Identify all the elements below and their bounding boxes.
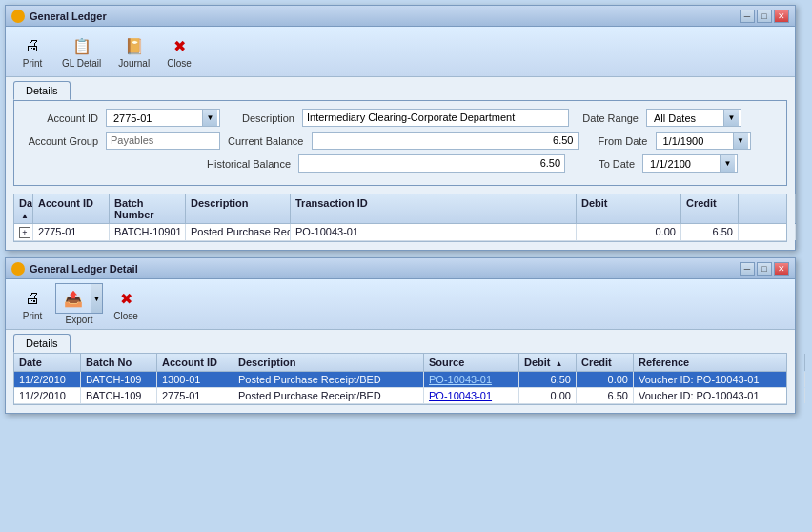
gld-details-tab[interactable]: Details	[13, 334, 71, 353]
export-icon: 📤	[62, 287, 85, 310]
account-id-input[interactable]: 2775-01 ▼	[106, 109, 220, 127]
gld-r2-reference: Voucher ID: PO-10043-01	[634, 388, 805, 403]
gl-journal-button[interactable]: 📔 Journal	[112, 31, 156, 72]
gld-r1-reference: Voucher ID: PO-10043-01	[634, 372, 805, 387]
to-date-input[interactable]: 1/1/2100 ▼	[642, 154, 738, 173]
gl-title-left: General Ledger	[11, 10, 107, 23]
gl-close-toolbar-button[interactable]: ✖ Close	[160, 31, 198, 72]
gl-cell-credit: 6.50	[681, 224, 739, 240]
gld-r1-account: 1300-01	[157, 372, 233, 387]
export-main-area[interactable]: 📤	[56, 284, 91, 313]
gl-cell-batch: BATCH-10901	[110, 224, 186, 240]
gld-close-btn[interactable]: ✕	[774, 262, 789, 276]
gld-col-date[interactable]: Date	[14, 354, 81, 371]
gld-minimize-btn[interactable]: ─	[740, 262, 755, 276]
gld-col-debit[interactable]: Debit ▲	[519, 354, 577, 371]
gld-table-row-1[interactable]: 11/2/2010 BATCH-109 1300-01 Posted Purch…	[14, 372, 786, 388]
export-dropdown-arrow[interactable]: ▼	[91, 284, 102, 313]
gld-r1-description: Posted Purchase Receipt/BED	[233, 372, 424, 387]
gld-close-toolbar-button[interactable]: ✖ Close	[107, 283, 145, 325]
from-date-label: From Date	[586, 135, 648, 147]
account-id-label: Account ID	[22, 113, 98, 124]
gl-form-row-2: Account Group Payables Current Balance 6…	[22, 132, 779, 150]
gl-toolbar: 🖨 Print 📋 GL Detail 📔 Journal ✖ Close	[6, 27, 795, 77]
gl-table-row[interactable]: + 11/2/2010 2775-01 BATCH-10901 Posted P…	[14, 224, 786, 241]
gld-export-label: Export	[66, 315, 93, 325]
expand-icon[interactable]: +	[19, 227, 30, 238]
gl-col-debit[interactable]: Debit	[577, 194, 681, 223]
close-toolbar-icon: ✖	[168, 34, 191, 57]
gld-toolbar: 🖨 Print 📤 ▼ Export ✖ Close	[6, 279, 795, 330]
gl-col-credit[interactable]: Credit	[681, 194, 739, 223]
gld-export-button[interactable]: 📤 ▼ Export	[55, 283, 103, 325]
gld-title-icon	[11, 262, 25, 276]
account-group-input: Payables	[106, 132, 220, 150]
gld-grid-container: Date Batch No Account ID Description Sou…	[13, 353, 787, 405]
date-range-input[interactable]: All Dates ▼	[646, 109, 741, 127]
gld-col-source[interactable]: Source	[424, 354, 519, 371]
to-date-dropdown-arrow[interactable]: ▼	[720, 155, 735, 172]
general-ledger-window: General Ledger ─ □ ✕ 🖨 Print 📋 GL Detail…	[5, 5, 796, 251]
gl-window-controls: ─ □ ✕	[740, 10, 789, 23]
gl-detail-label: GL Detail	[62, 58, 101, 69]
gld-print-label: Print	[23, 311, 43, 321]
gld-r1-debit: 6.50	[519, 372, 577, 387]
gld-col-account[interactable]: Account ID	[157, 354, 233, 371]
gl-print-button[interactable]: 🖨 Print	[13, 31, 51, 72]
date-range-dropdown-arrow[interactable]: ▼	[723, 110, 739, 126]
gld-r2-description: Posted Purchase Receipt/BED	[233, 388, 424, 403]
description-label: Description	[228, 113, 294, 124]
gl-journal-label: Journal	[118, 58, 150, 69]
gld-col-description[interactable]: Description	[233, 354, 424, 371]
gl-detail-button[interactable]: 📋 GL Detail	[55, 31, 108, 72]
gld-table-row-2[interactable]: 11/2/2010 BATCH-109 2775-01 Posted Purch…	[14, 388, 786, 404]
gl-cell-expand[interactable]: + 11/2/2010	[14, 224, 33, 240]
gld-col-reference[interactable]: Reference	[634, 354, 805, 371]
gl-col-date[interactable]: Date ▲	[14, 194, 33, 223]
gld-maximize-btn[interactable]: □	[757, 262, 772, 276]
gld-r1-batch: BATCH-109	[81, 372, 157, 387]
gl-titlebar: General Ledger ─ □ ✕	[6, 6, 795, 27]
gl-print-label: Print	[23, 58, 43, 69]
gld-tab-bar: Details	[6, 330, 795, 353]
historical-balance-label: Historical Balance	[207, 158, 291, 170]
journal-icon: 📔	[123, 34, 146, 57]
account-id-dropdown-arrow[interactable]: ▼	[202, 110, 217, 126]
gl-maximize-btn[interactable]: □	[757, 10, 772, 23]
current-balance-input: 6.50	[312, 132, 579, 150]
gld-titlebar: General Ledger Detail ─ □ ✕	[6, 258, 795, 279]
gl-details-tab[interactable]: Details	[13, 81, 71, 100]
historical-balance-input: 6.50	[298, 154, 565, 173]
gld-grid-header: Date Batch No Account ID Description Sou…	[14, 354, 786, 372]
gl-grid-container: Date ▲ Account ID Batch Number Descripti…	[13, 194, 787, 242]
gld-r1-date: 11/2/2010	[14, 372, 81, 387]
general-ledger-detail-window: General Ledger Detail ─ □ ✕ 🖨 Print 📤 ▼ …	[5, 257, 796, 414]
gld-r2-credit: 6.50	[577, 388, 634, 403]
gl-close-btn[interactable]: ✕	[774, 10, 789, 23]
gld-r1-credit: 0.00	[577, 372, 634, 387]
from-date-input[interactable]: 1/1/1900 ▼	[656, 132, 751, 150]
gld-col-batch[interactable]: Batch No	[81, 354, 157, 371]
gl-col-batch[interactable]: Batch Number	[110, 194, 186, 223]
gl-title-text: General Ledger	[30, 10, 107, 22]
gld-close-toolbar-label: Close	[113, 311, 138, 321]
gl-grid-header: Date ▲ Account ID Batch Number Descripti…	[14, 194, 786, 224]
gl-col-extra	[739, 194, 796, 223]
gld-r1-source[interactable]: PO-10043-01	[424, 372, 519, 387]
gl-cell-description: Posted Purchase Receipt/BED- FITTED SHEE…	[186, 224, 291, 240]
gl-col-transaction[interactable]: Transaction ID	[291, 194, 577, 223]
from-date-dropdown-arrow[interactable]: ▼	[733, 133, 748, 149]
gld-r2-batch: BATCH-109	[81, 388, 157, 403]
gld-r2-source[interactable]: PO-10043-01	[424, 388, 519, 403]
gld-col-credit[interactable]: Credit	[577, 354, 634, 371]
gld-r2-account: 2775-01	[157, 388, 233, 403]
description-input[interactable]: Intermediary Clearing-Corporate Departme…	[302, 109, 569, 127]
gl-col-description[interactable]: Description	[186, 194, 291, 223]
gld-print-icon: 🖨	[21, 287, 44, 310]
current-balance-label: Current Balance	[228, 135, 304, 147]
gld-window-controls: ─ □ ✕	[740, 262, 789, 276]
gl-minimize-btn[interactable]: ─	[740, 10, 755, 23]
print-icon: 🖨	[21, 34, 44, 57]
gld-print-button[interactable]: 🖨 Print	[13, 283, 51, 325]
gl-col-account-id[interactable]: Account ID	[33, 194, 110, 223]
